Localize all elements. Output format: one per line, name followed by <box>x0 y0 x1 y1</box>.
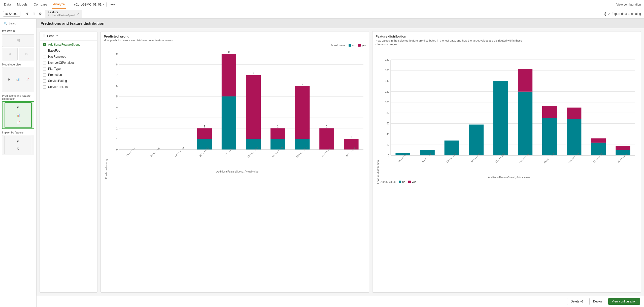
my-own-label: My own (3) <box>0 28 36 33</box>
model-selector[interactable]: v01_LGBMC_01_01 ▾ <box>72 2 107 7</box>
svg-text:180: 180 <box>385 58 389 61</box>
svg-text:120: 120 <box>385 90 389 93</box>
svg-rect-75 <box>445 141 459 155</box>
more-options-icon[interactable]: ••• <box>111 2 115 7</box>
nav-compare[interactable]: Compare <box>32 1 48 8</box>
svg-text:2: 2 <box>326 125 328 128</box>
svg-rect-28 <box>222 54 236 96</box>
feature-label-servicerating: ServiceRating <box>48 79 67 83</box>
svg-rect-91 <box>591 138 606 143</box>
svg-text:5: 5 <box>116 95 118 98</box>
predicted-wrong-panel: Predicted wrong How prediction errors ar… <box>100 31 369 293</box>
feature-item-servicetickets[interactable]: ServiceTickets <box>40 84 97 90</box>
model-icon-3: 📈 <box>25 78 29 81</box>
impact-label: Impact by feature <box>0 129 36 134</box>
svg-rect-81 <box>518 91 532 155</box>
svg-text:40: 40 <box>387 133 390 135</box>
deploy-button[interactable]: Deploy <box>589 298 606 305</box>
sheet-card-2[interactable]: ⧉ <box>19 48 34 60</box>
sheet-card-wide[interactable]: ⊞ <box>2 34 34 47</box>
tab-close-icon[interactable]: ✕ <box>77 12 80 16</box>
sheets-button[interactable]: ▦ Sheets <box>3 11 20 17</box>
toolbar-icon-settings[interactable]: ⚙ <box>38 11 43 17</box>
svg-text:2.6 ≤ x < 5.2: 2.6 ≤ x < 5.2 <box>125 147 135 157</box>
svg-rect-73 <box>420 150 435 155</box>
search-input[interactable] <box>9 22 32 25</box>
feature-item-additionalfeaturespend[interactable]: ✓AdditionalFeatureSpend <box>40 42 97 48</box>
puzzle-icon-3: ⧉ <box>25 52 28 56</box>
sheets-label: Sheets <box>9 12 18 16</box>
left-sidebar: 🔍 My own (3) ⊞ ⧉ ⧉ Model overview ⚙ 📊 📈 … <box>0 19 37 307</box>
predictions-icons: ⚙ 📊 📈 <box>5 102 32 128</box>
search-icon: 🔍 <box>4 22 8 25</box>
page-title: Predictions and feature distribution <box>37 19 644 28</box>
puzzle-icon-1: ⊞ <box>16 38 20 43</box>
feature-label-promotion: Promotion <box>48 73 62 77</box>
toolbar-icon-grid[interactable]: ⊞ <box>31 11 37 17</box>
impact-icon-puzzle: ⧉ <box>17 147 19 150</box>
feature-panel-title: Feature <box>47 34 58 38</box>
svg-rect-90 <box>591 143 606 155</box>
nav-analyze[interactable]: Analyze <box>52 0 66 9</box>
feature-item-hasrenewed[interactable]: HasRenewed <box>40 54 97 60</box>
svg-rect-40 <box>295 86 310 139</box>
content-area: Predictions and feature distribution ☰ F… <box>37 19 644 307</box>
predictions-card[interactable]: ⚙ 📊 📈 <box>2 101 34 129</box>
svg-rect-43 <box>319 128 334 150</box>
model-overview-card[interactable]: ⚙ 📊 📈 <box>2 67 34 92</box>
svg-text:140: 140 <box>385 80 389 82</box>
toolbar-icon-refresh[interactable]: ↺ <box>24 11 30 17</box>
svg-rect-82 <box>518 69 532 92</box>
sheet-card-1[interactable]: ⧉ <box>2 48 18 60</box>
feature-item-promotion[interactable]: Promotion <box>40 72 97 78</box>
svg-text:0: 0 <box>388 154 389 157</box>
export-label: Export data to catalog <box>612 12 641 16</box>
legend-no-label: no <box>352 44 355 47</box>
predicted-wrong-legend: Actual value no yes <box>330 44 366 47</box>
svg-rect-23 <box>197 139 212 150</box>
search-box[interactable]: 🔍 <box>2 21 34 26</box>
svg-rect-79 <box>493 81 508 155</box>
nav-data[interactable]: Data <box>3 1 12 8</box>
svg-text:8: 8 <box>116 63 118 66</box>
svg-rect-93 <box>616 150 630 155</box>
delete-button[interactable]: Delete v1 <box>567 298 587 305</box>
export-btn[interactable]: ↗ Export data to catalog <box>608 12 641 16</box>
model-selector-label: v01_LGBMC_01_01 <box>74 3 101 6</box>
feature-item-numberofpenalties[interactable]: NumberOfPenalties <box>40 60 97 66</box>
svg-text:2: 2 <box>116 127 118 130</box>
svg-rect-94 <box>616 146 630 150</box>
feature-distribution-panel: Feature distribution How values in the s… <box>372 31 641 293</box>
svg-text:20: 20 <box>387 144 390 146</box>
fd-legend-no-label: no <box>402 180 405 183</box>
feature-label-numberofpenalties: NumberOfPenalties <box>48 61 75 64</box>
fd-legend-item-no: no <box>399 180 405 183</box>
feature-tab[interactable]: Feature AdditionalFeatureSpend ✕ <box>45 10 82 18</box>
nav-models[interactable]: Models <box>16 1 28 8</box>
feature-label-basefee: BaseFee <box>48 49 60 52</box>
feature-label-additionalfeaturespend: AdditionalFeatureSpend <box>48 43 81 46</box>
view-configuration-btn[interactable]: View configuration <box>616 3 641 6</box>
feature-checkbox-additionalfeaturespend: ✓ <box>43 43 46 46</box>
feature-checkbox-basefee <box>43 49 46 52</box>
svg-text:7: 7 <box>116 74 118 77</box>
svg-rect-46 <box>344 139 358 150</box>
svg-text:80: 80 <box>387 112 390 114</box>
export-icon: ↗ <box>608 12 611 16</box>
impact-card[interactable]: ⚙ ⧉ <box>2 135 34 155</box>
model-icon-2: 📊 <box>16 78 20 81</box>
feature-dist-chart-inner: Feature distribution 0204060801001201401… <box>376 55 638 289</box>
svg-text:1: 1 <box>351 136 352 139</box>
fd-legend-item-yes: yes <box>408 180 416 183</box>
feature-item-servicerating[interactable]: ServiceRating <box>40 78 97 84</box>
view-config-action-button[interactable]: View configuration <box>608 298 640 305</box>
predicted-wrong-x-label: AdditionalFeatureSpend, Actual value <box>109 170 366 173</box>
predicted-wrong-title: Predicted wrong <box>104 35 366 38</box>
predictions-label: Predictions and feature distribution <box>0 93 36 101</box>
legend-item-no: no <box>349 44 355 47</box>
feature-label-plantype: PlanType <box>48 67 61 71</box>
collapse-icon[interactable]: ❮ <box>604 11 607 16</box>
feature-item-plantype[interactable]: PlanType <box>40 66 97 72</box>
pred-icon-settings: ⚙ <box>17 106 20 109</box>
feature-item-basefee[interactable]: BaseFee <box>40 48 97 54</box>
